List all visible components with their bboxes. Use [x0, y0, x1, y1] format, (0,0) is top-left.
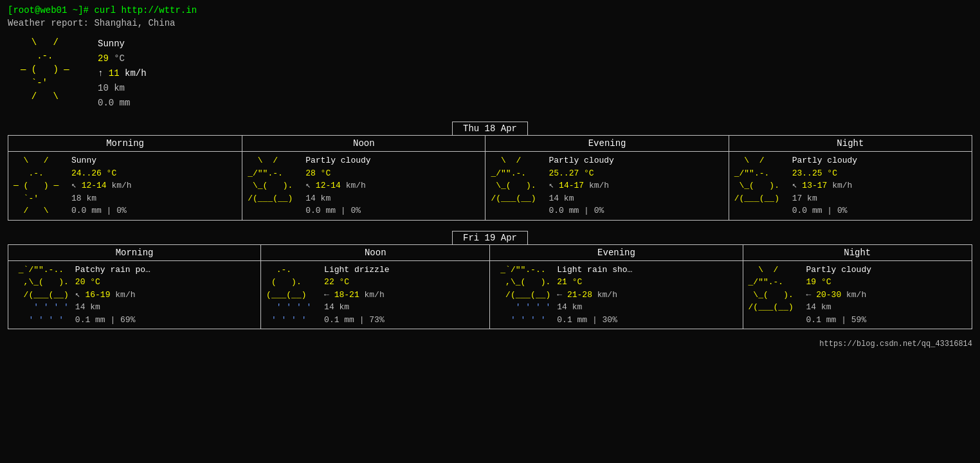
- day2-noon-inner: .-. ( ).(___(__) ' ' ' ' ' ' ' ' Light d…: [266, 264, 484, 327]
- day1-noon-condition: Partly cloudy: [305, 154, 370, 167]
- day2-noon-info: Light drizzle 22 °C ← 18-21 km/h 14 km 0…: [324, 264, 389, 327]
- day2-night-inner: \ / _/"".-. \_( ). /(___(__) Partly clou…: [749, 264, 966, 327]
- day2-noon-temp: 22 °C: [324, 276, 389, 289]
- day2-noon-condition: Light drizzle: [324, 264, 389, 277]
- day1-night-rain: 0.0 mm | 0%: [792, 204, 857, 217]
- day1-night-condition: Partly cloudy: [792, 154, 857, 167]
- day2-evening-inner: _`/"".-.. ,\_( ). /(___(__) ' ' ' ' ' ' …: [495, 264, 737, 327]
- day2-weather-row: _`/"".-.. ,\_( ). /(___(__) ' ' ' ' ' ' …: [8, 260, 972, 329]
- day1-evening-wind: ↖ 14-17 km/h: [549, 179, 613, 192]
- day2-evening-info: Light rain sho… 21 °C ← 21-28 km/h 14 km…: [557, 264, 632, 327]
- day2-evening-temp: 21 °C: [557, 276, 632, 289]
- day1-night-info: Partly cloudy 23..25 °C ↖ 13-17 km/h 17 …: [792, 154, 857, 217]
- day1-noon-ascii: \ / _/"".-. \_( ). /(___(__): [248, 154, 299, 217]
- day1-table-wrapper: Thu 18 Apr Morning Noon Evening Night \ …: [8, 122, 972, 221]
- day2-noon-cell: .-. ( ).(___(__) ' ' ' ' ' ' ' ' Light d…: [261, 260, 490, 329]
- day1-night-vis: 17 km: [792, 192, 857, 205]
- day1-noon-vis: 14 km: [305, 192, 370, 205]
- day2-col-evening: Evening: [490, 244, 743, 260]
- day1-evening-cell: \ / _/"".-. \_( ). /(___(__) Partly clou…: [485, 152, 729, 221]
- day2-col-night: Night: [743, 244, 972, 260]
- command-text: [root@web01 ~]# curl http://wttr.in: [8, 5, 197, 15]
- day2-noon-rain: 0.1 mm | 73%: [324, 314, 389, 327]
- day2-header-row: Fri 19 Apr: [8, 231, 972, 244]
- day2-night-condition: Partly cloudy: [806, 264, 871, 277]
- day2-evening-rain: 0.1 mm | 30%: [557, 314, 632, 327]
- day2-night-wind: ← 20-30 km/h: [806, 289, 871, 302]
- current-rain: 0.0 mm: [98, 96, 147, 110]
- day1-night-temp: 23..25 °C: [792, 167, 857, 180]
- day2-table-wrapper: Fri 19 Apr Morning Noon Evening Night _`…: [8, 231, 972, 330]
- day2-evening-vis: 14 km: [557, 301, 632, 314]
- day1-night-inner: \ / _/"".-. \_( ). /(___(__) Partly clou…: [734, 154, 966, 217]
- day2-night-temp: 19 °C: [806, 276, 871, 289]
- day1-label: Thu 18 Apr: [452, 122, 528, 136]
- day1-evening-ascii: \ / _/"".-. \_( ). /(___(__): [491, 154, 542, 217]
- day2-morning-condition: Patchy rain po…: [75, 264, 150, 277]
- day1-morning-inner: \ / .-. ― ( ) ― `-' / \ Sunny 24..26 °C …: [14, 154, 237, 217]
- day1-morning-temp: 24..26 °C: [71, 167, 132, 180]
- day2-morning-wind: ↖ 16-19 km/h: [75, 289, 150, 302]
- day2-morning-rain: 0.1 mm | 69%: [75, 314, 150, 327]
- day1-noon-cell: \ / _/"".-. \_( ). /(___(__) Partly clou…: [242, 152, 485, 221]
- day2-morning-ascii: _`/"".-.. ,\_( ). /(___(__) ' ' ' ' ' ' …: [14, 264, 69, 327]
- day1-col-noon: Noon: [242, 136, 485, 152]
- day1-evening-vis: 14 km: [549, 192, 613, 205]
- day1-evening-rain: 0.0 mm | 0%: [549, 204, 613, 217]
- current-condition: Sunny: [98, 37, 147, 51]
- day1-night-ascii: \ / _/"".-. \_( ). /(___(__): [734, 154, 786, 217]
- day1-evening-condition: Partly cloudy: [549, 154, 613, 167]
- day1-morning-rain: 0.0 mm | 0%: [71, 204, 132, 217]
- day2-night-info: Partly cloudy 19 °C ← 20-30 km/h 14 km 0…: [806, 264, 871, 327]
- day1-header-row: Thu 18 Apr: [8, 122, 972, 135]
- day2-night-cell: \ / _/"".-. \_( ). /(___(__) Partly clou…: [743, 260, 972, 329]
- day1-morning-cell: \ / .-. ― ( ) ― `-' / \ Sunny 24..26 °C …: [8, 152, 242, 221]
- current-temp: 29 °C: [98, 52, 147, 66]
- day1-col-morning: Morning: [8, 136, 242, 152]
- current-wind: ↑ 11 km/h: [98, 67, 147, 80]
- footer-url: https://blog.csdn.net/qq_43316814: [8, 340, 972, 349]
- day1-morning-condition: Sunny: [71, 154, 132, 167]
- weather-title-text: Weather report: Shanghai, China: [8, 18, 175, 28]
- top-section: [root@web01 ~]# curl http://wttr.in Weat…: [8, 5, 972, 111]
- day1-evening-temp: 25..27 °C: [549, 167, 613, 180]
- current-visibility: 10 km: [98, 82, 147, 95]
- day2-col-morning: Morning: [8, 244, 261, 260]
- current-ascii: \ / .-. ― ( ) ― `-' / \: [21, 36, 85, 111]
- day1-col-evening: Evening: [485, 136, 729, 152]
- day2-morning-vis: 14 km: [75, 301, 150, 314]
- day1-weather-row: \ / .-. ― ( ) ― `-' / \ Sunny 24..26 °C …: [8, 152, 972, 221]
- day1-noon-info: Partly cloudy 28 °C ↖ 12-14 km/h 14 km 0…: [305, 154, 370, 217]
- day1-morning-wind: ↖ 12-14 km/h: [71, 179, 132, 192]
- day2-morning-info: Patchy rain po… 20 °C ↖ 16-19 km/h 14 km…: [75, 264, 150, 327]
- day1-morning-ascii: \ / .-. ― ( ) ― `-' / \: [14, 154, 65, 217]
- day2-label: Fri 19 Apr: [452, 231, 528, 245]
- day1-col-night: Night: [729, 136, 972, 152]
- day2-night-ascii: \ / _/"".-. \_( ). /(___(__): [749, 264, 800, 327]
- day2-night-vis: 14 km: [806, 301, 871, 314]
- day2-evening-wind: ← 21-28 km/h: [557, 289, 632, 302]
- day1-noon-rain: 0.0 mm | 0%: [305, 204, 370, 217]
- day1-night-wind: ↖ 13-17 km/h: [792, 179, 857, 192]
- current-weather: \ / .-. ― ( ) ― `-' / \ Sunny 29 °C ↑ 11…: [21, 36, 972, 111]
- day1-noon-temp: 28 °C: [305, 167, 370, 180]
- day2-morning-temp: 20 °C: [75, 276, 150, 289]
- day2-noon-wind: ← 18-21 km/h: [324, 289, 389, 302]
- day2-morning-cell: _`/"".-.. ,\_( ). /(___(__) ' ' ' ' ' ' …: [8, 260, 261, 329]
- day2-evening-condition: Light rain sho…: [557, 264, 632, 277]
- day2-morning-inner: _`/"".-.. ,\_( ). /(___(__) ' ' ' ' ' ' …: [14, 264, 255, 327]
- day1-night-cell: \ / _/"".-. \_( ). /(___(__) Partly clou…: [729, 152, 972, 221]
- day1-evening-inner: \ / _/"".-. \_( ). /(___(__) Partly clou…: [491, 154, 723, 217]
- day1-morning-vis: 18 km: [71, 192, 132, 205]
- day1-noon-inner: \ / _/"".-. \_( ). /(___(__) Partly clou…: [248, 154, 480, 217]
- day1-noon-wind: ↖ 12-14 km/h: [305, 179, 370, 192]
- day2-noon-ascii: .-. ( ).(___(__) ' ' ' ' ' ' ' ': [266, 264, 318, 327]
- day1-evening-info: Partly cloudy 25..27 °C ↖ 14-17 km/h 14 …: [549, 154, 613, 217]
- day1-morning-info: Sunny 24..26 °C ↖ 12-14 km/h 18 km 0.0 m…: [71, 154, 132, 217]
- day2-evening-ascii: _`/"".-.. ,\_( ). /(___(__) ' ' ' ' ' ' …: [495, 264, 550, 327]
- day2-table: Morning Noon Evening Night _`/"".-.. ,\_…: [8, 244, 972, 330]
- current-details: Sunny 29 °C ↑ 11 km/h 10 km 0.0 mm: [98, 36, 147, 111]
- day2-col-noon: Noon: [261, 244, 490, 260]
- day2-noon-vis: 14 km: [324, 301, 389, 314]
- command-line: [root@web01 ~]# curl http://wttr.in: [8, 5, 972, 15]
